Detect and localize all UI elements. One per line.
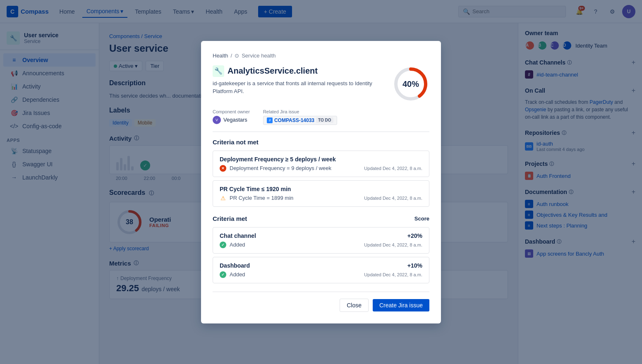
criteria-chat-score: +20%	[407, 232, 422, 239]
modal-service-title: 🔧 AnalyticsService.client	[213, 65, 392, 77]
criteria-pr-updated: Updated Dec 4, 2022, 8 a.m.	[364, 196, 422, 201]
criteria-not-met-title: Criteria not met	[213, 139, 429, 146]
criteria-dashboard-name: Dashboard	[220, 262, 250, 269]
criteria-item-pr-cycle: PR Cycle Time ≤ 1920 min PR Cycle Time =…	[213, 180, 429, 207]
criteria-dashboard-detail: ✓ Added Updated Dec 4, 2022, 8 a.m.	[220, 271, 422, 278]
criteria-met-dashboard: Dashboard +10% ✓ Added Updated Dec 4, 20…	[213, 257, 429, 283]
modal-meta: Component owner V Vegastars Related Jira…	[213, 109, 429, 132]
jira-status: TO DO	[316, 117, 333, 123]
success-icon: ✓	[220, 242, 226, 248]
modal-breadcrumb-service-health: Service health	[242, 53, 275, 59]
criteria-met-section: Criteria met Score Chat channel +20% ✓ A…	[213, 215, 429, 283]
criteria-pr-value: PR Cycle Time = 1899 min	[230, 195, 361, 201]
criteria-met-title: Criteria met	[213, 215, 247, 222]
modal-service-icon: 🔧	[213, 65, 224, 77]
criteria-dashboard-updated: Updated Dec 4, 2022, 8 a.m.	[364, 272, 422, 277]
criteria-met-chat: Chat channel +20% ✓ Added Updated Dec 4,…	[213, 227, 429, 254]
criteria-item-deployment: Deployment Frequency ≥ 5 deploys / week …	[213, 151, 429, 177]
component-owner-label: Component owner	[213, 109, 250, 114]
jira-value: J COMPASS-14033 TO DO	[263, 116, 337, 125]
criteria-pr-detail: PR Cycle Time = 1899 min Updated Dec 4, …	[220, 195, 422, 201]
jira-chip[interactable]: J COMPASS-14033 TO DO	[263, 116, 337, 125]
criteria-chat-name: Chat channel	[220, 232, 256, 239]
modal-title-area: 🔧 AnalyticsService.client id-gatekeeper …	[213, 65, 392, 96]
jira-item: Related Jira issue J COMPASS-14033 TO DO	[263, 109, 337, 125]
modal-score-text: 40%	[402, 79, 419, 89]
owner-avatar: V	[213, 116, 221, 124]
criteria-chat-top: Chat channel +20%	[220, 232, 422, 239]
service-health-icon: ⊙	[235, 53, 239, 59]
modal-description: id-gatekeeper is a service that fronts a…	[213, 79, 392, 96]
success-icon: ✓	[220, 271, 226, 278]
jira-key: COMPASS-14033	[274, 117, 314, 123]
modal-header: 🔧 AnalyticsService.client id-gatekeeper …	[213, 65, 429, 103]
modal: Health / ⊙ Service health 🔧 AnalyticsSer…	[201, 41, 441, 323]
create-jira-button[interactable]: Create Jira issue	[373, 299, 429, 311]
modal-overlay[interactable]: Health / ⊙ Service health 🔧 AnalyticsSer…	[0, 0, 642, 364]
criteria-deployment-detail: ✕ Deployment Frequency = 9 deploys / wee…	[220, 165, 422, 172]
error-icon: ✕	[220, 165, 226, 172]
component-owner-item: Component owner V Vegastars	[213, 109, 250, 125]
criteria-deployment-name: Deployment Frequency ≥ 5 deploys / week	[220, 156, 422, 163]
criteria-deployment-updated: Updated Dec 4, 2022, 8 a.m.	[364, 166, 422, 171]
modal-breadcrumb-health[interactable]: Health	[213, 53, 228, 59]
jira-label: Related Jira issue	[263, 109, 337, 114]
criteria-dashboard-score: +10%	[407, 262, 422, 269]
jira-icon: J	[267, 117, 273, 123]
criteria-chat-detail: ✓ Added Updated Dec 4, 2022, 8 a.m.	[220, 242, 422, 248]
warning-icon	[220, 195, 226, 201]
criteria-dashboard-top: Dashboard +10%	[220, 262, 422, 269]
criteria-dashboard-value: Added	[230, 271, 361, 278]
modal-breadcrumb: Health / ⊙ Service health	[213, 53, 429, 59]
modal-score-donut: 40%	[392, 65, 429, 103]
criteria-pr-name: PR Cycle Time ≤ 1920 min	[220, 186, 422, 192]
criteria-met-header: Criteria met Score	[213, 215, 429, 222]
criteria-chat-value: Added	[230, 242, 361, 248]
criteria-chat-updated: Updated Dec 4, 2022, 8 a.m.	[364, 242, 422, 247]
modal-footer: Close Create Jira issue	[213, 292, 429, 312]
criteria-deployment-value: Deployment Frequency = 9 deploys / week	[230, 165, 361, 171]
owner-name: Vegastars	[223, 117, 247, 123]
score-column-label: Score	[414, 216, 429, 222]
criteria-not-met-section: Criteria not met Deployment Frequency ≥ …	[213, 139, 429, 207]
component-owner-value: V Vegastars	[213, 116, 250, 124]
close-button[interactable]: Close	[340, 299, 369, 312]
